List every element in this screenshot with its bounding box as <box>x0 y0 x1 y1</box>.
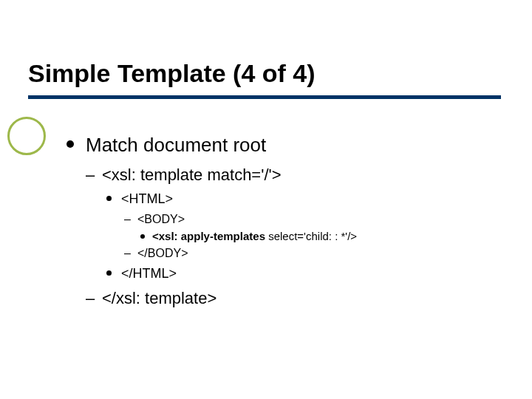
bullet-list-level4: <BODY> <xsl: apply-templates select='chi… <box>124 212 502 262</box>
slide: Simple Template (4 of 4) Match document … <box>0 0 532 399</box>
bullet-text: select='child: : *'/> <box>268 230 357 242</box>
bullet-text-strong: <xsl: apply-templates <box>152 230 268 242</box>
slide-title: Simple Template (4 of 4) <box>28 59 510 88</box>
bullet-text: </xsl: template> <box>102 289 216 307</box>
content-area: Match document root <xsl: template match… <box>66 133 502 316</box>
list-item: </HTML> <box>106 265 502 282</box>
list-item: </BODY> <box>124 246 502 261</box>
bullet-text: Match document root <box>86 134 266 156</box>
bullet-list-level1: Match document root <xsl: template match… <box>66 133 502 308</box>
bullet-text: </HTML> <box>121 266 177 281</box>
bullet-text: <HTML> <box>121 191 173 206</box>
list-item: <xsl: apply-templates select='child: : *… <box>140 230 502 244</box>
title-underline <box>28 95 501 99</box>
bullet-text: <xsl: template match='/'> <box>102 166 282 184</box>
bullet-text: <BODY> <box>137 213 185 225</box>
accent-circle-decoration <box>7 117 46 155</box>
list-item: <xsl: template match='/'> <HTML> <BODY> <box>86 165 502 282</box>
list-item: Match document root <xsl: template match… <box>66 133 502 308</box>
bullet-text: </BODY> <box>137 247 188 259</box>
list-item: <HTML> <BODY> <xsl: apply-templates sele… <box>106 191 502 261</box>
title-area: Simple Template (4 of 4) <box>28 59 510 99</box>
bullet-list-level3: <HTML> <BODY> <xsl: apply-templates sele… <box>106 191 502 282</box>
bullet-list-level5: <xsl: apply-templates select='child: : *… <box>140 230 502 244</box>
bullet-list-level2: <xsl: template match='/'> <HTML> <BODY> <box>86 165 502 309</box>
list-item: <BODY> <xsl: apply-templates select='chi… <box>124 212 502 244</box>
list-item: </xsl: template> <box>86 288 502 309</box>
